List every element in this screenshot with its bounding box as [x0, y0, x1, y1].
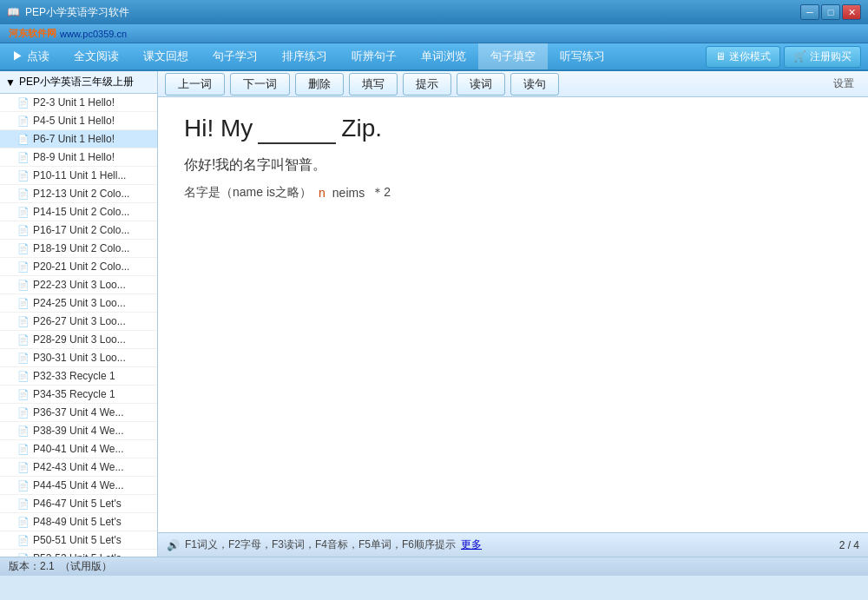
doc-icon: 📄 [17, 134, 30, 145]
speaker-icon: 🔊 [167, 539, 180, 551]
sidebar-item-p10-11[interactable]: 📄 P10-11 Unit 1 Hell... [0, 167, 157, 185]
doc-icon: 📄 [17, 298, 30, 309]
sidebar-header: ▼ PEP小学英语三年级上册 [0, 71, 157, 94]
sidebar-expand-icon[interactable]: ▼ [5, 76, 16, 89]
title-bar-left: 📖 PEP小学英语学习软件 [7, 5, 129, 20]
next-word-button[interactable]: 下一词 [230, 73, 290, 96]
sidebar: ▼ PEP小学英语三年级上册 📄 P2-3 Unit 1 Hello! 📄 P4… [0, 71, 158, 557]
doc-icon: 📄 [17, 535, 30, 546]
sidebar-item-p28-29[interactable]: 📄 P28-29 Unit 3 Loo... [0, 331, 157, 349]
sidebar-item-p36-37[interactable]: 📄 P36-37 Unit 4 We... [0, 404, 157, 422]
status-bar: 🔊 F1词义，F2字母，F3读词，F4音标，F5单词，F6顺序提示 更多 2 /… [158, 532, 868, 557]
sidebar-header-label: PEP小学英语三年级上册 [19, 75, 134, 89]
sidebar-item-p46-47[interactable]: 📄 P46-47 Unit 5 Let's [0, 495, 157, 513]
doc-icon: 📄 [17, 243, 30, 254]
read-sentence-button[interactable]: 读句 [510, 73, 559, 96]
sidebar-item-p50-51[interactable]: 📄 P50-51 Unit 5 Let's [0, 531, 157, 550]
trial-text: （试用版） [60, 559, 112, 574]
doc-icon: 📄 [17, 407, 30, 419]
watermark-label: 河东软件网 [9, 27, 56, 40]
close-button[interactable]: ✕ [842, 4, 861, 20]
sidebar-item-p38-39[interactable]: 📄 P38-39 Unit 4 We... [0, 422, 157, 440]
nav-sentence[interactable]: 句子学习 [201, 43, 270, 69]
sidebar-item-p22-23[interactable]: 📄 P22-23 Unit 3 Loo... [0, 276, 157, 294]
page-indicator: 2 / 4 [839, 539, 859, 551]
study-content: Hi! My Zip. 你好!我的名字叫智普。 名字是（name is之略） n… [158, 97, 868, 532]
nav-bar: ▶ 点读 全文阅读 课文回想 句子学习 排序练习 听辨句子 单词浏览 句子填空 … [0, 43, 868, 71]
sidebar-item-p40-41[interactable]: 📄 P40-41 Unit 4 We... [0, 440, 157, 458]
sentence-before: Hi! My [184, 115, 253, 142]
sentence-after: Zip. [341, 115, 382, 142]
sidebar-item-p26-27[interactable]: 📄 P26-27 Unit 3 Loo... [0, 313, 157, 331]
doc-icon: 📄 [17, 316, 30, 327]
doc-icon: 📄 [17, 334, 30, 346]
sidebar-item-p34-35[interactable]: 📄 P34-35 Recycle 1 [0, 386, 157, 404]
nav-fill[interactable]: 句子填空 [478, 43, 548, 69]
doc-icon: 📄 [17, 207, 30, 218]
nav-fulltext[interactable]: 全文阅读 [62, 43, 131, 69]
title-bar-controls: ─ □ ✕ [800, 4, 861, 20]
sidebar-item-p48-49[interactable]: 📄 P48-49 Unit 5 Let's [0, 513, 157, 531]
sidebar-item-p4-5[interactable]: 📄 P4-5 Unit 1 Hello! [0, 112, 157, 130]
title-bar: 📖 PEP小学英语学习软件 ─ □ ✕ [0, 0, 868, 24]
more-link[interactable]: 更多 [461, 537, 482, 552]
nav-vocab[interactable]: 单词浏览 [409, 43, 478, 69]
nav-right-buttons: 🖥 迷你模式 🛒 注册购买 [706, 43, 868, 69]
sidebar-item-p14-15[interactable]: 📄 P14-15 Unit 2 Colo... [0, 203, 157, 221]
doc-icon: 📄 [17, 517, 30, 528]
delete-button[interactable]: 删除 [295, 73, 344, 96]
maximize-button[interactable]: □ [821, 4, 840, 20]
doc-icon: 📄 [17, 553, 30, 557]
sidebar-item-p2-3[interactable]: 📄 P2-3 Unit 1 Hello! [0, 94, 157, 112]
version-text: 版本：2.1 [9, 559, 55, 574]
doc-icon: 📄 [17, 170, 30, 181]
prev-word-button[interactable]: 上一词 [165, 73, 225, 96]
toolbar: 上一词 下一词 删除 填写 提示 读词 读句 设置 [158, 71, 868, 97]
doc-icon: 📄 [17, 480, 30, 491]
hint-char: n [319, 186, 326, 200]
sidebar-item-p12-13[interactable]: 📄 P12-13 Unit 2 Colo... [0, 185, 157, 203]
nav-listen[interactable]: ▶ 点读 [0, 43, 62, 69]
hint-phonetic: neims [332, 186, 365, 200]
mini-icon: 🖥 [715, 50, 726, 63]
sidebar-item-p8-9[interactable]: 📄 P8-9 Unit 1 Hello! [0, 148, 157, 167]
sidebar-item-p6-7[interactable]: 📄 P6-7 Unit 1 Hello! [0, 130, 157, 148]
sidebar-item-p42-43[interactable]: 📄 P42-43 Unit 4 We... [0, 458, 157, 477]
doc-icon: 📄 [17, 97, 30, 109]
sidebar-item-p52-53[interactable]: 📄 P52-53 Unit 5 Let's [0, 550, 157, 557]
sidebar-item-p24-25[interactable]: 📄 P24-25 Unit 3 Loo... [0, 294, 157, 313]
sidebar-item-p32-33[interactable]: 📄 P32-33 Recycle 1 [0, 367, 157, 386]
nav-listen-write[interactable]: 听写练习 [548, 43, 617, 69]
nav-sort[interactable]: 排序练习 [270, 43, 339, 69]
doc-icon: 📄 [17, 353, 30, 364]
hint-button[interactable]: 提示 [403, 73, 451, 96]
sidebar-item-p30-31[interactable]: 📄 P30-31 Unit 3 Loo... [0, 349, 157, 367]
fill-blank-input[interactable] [258, 115, 336, 144]
sidebar-item-p44-45[interactable]: 📄 P44-45 Unit 4 We... [0, 477, 157, 495]
sidebar-item-p16-17[interactable]: 📄 P16-17 Unit 2 Colo... [0, 221, 157, 240]
sentence-display: Hi! My Zip. [184, 115, 842, 144]
register-button[interactable]: 🛒 注册购买 [784, 46, 861, 68]
doc-icon: 📄 [17, 280, 30, 291]
doc-icon: 📄 [17, 371, 30, 382]
version-bar: 版本：2.1 （试用版） [0, 557, 868, 576]
doc-icon: 📄 [17, 498, 30, 510]
read-word-button[interactable]: 读词 [457, 73, 505, 96]
minimize-button[interactable]: ─ [800, 4, 819, 20]
sidebar-item-p18-19[interactable]: 📄 P18-19 Unit 2 Colo... [0, 240, 157, 258]
fill-button[interactable]: 填写 [349, 73, 398, 96]
mini-mode-button[interactable]: 🖥 迷你模式 [706, 46, 780, 68]
main-container: ▼ PEP小学英语三年级上册 📄 P2-3 Unit 1 Hello! 📄 P4… [0, 71, 868, 557]
doc-icon: 📄 [17, 152, 30, 163]
hint-line: 名字是（name is之略） n neims ＊2 [184, 185, 842, 201]
nav-listen-sentence[interactable]: 听辨句子 [339, 43, 409, 69]
doc-icon: 📄 [17, 389, 30, 400]
sidebar-item-p20-21[interactable]: 📄 P20-21 Unit 2 Colo... [0, 258, 157, 276]
watermark-bar: 河东软件网 www.pc0359.cn [0, 24, 868, 43]
app-icon: 📖 [7, 6, 20, 18]
doc-icon: 📄 [17, 261, 30, 273]
title-bar-title: PEP小学英语学习软件 [25, 5, 129, 20]
shortcuts-text: F1词义，F2字母，F3读词，F4音标，F5单词，F6顺序提示 [185, 537, 456, 552]
settings-label[interactable]: 设置 [826, 74, 861, 94]
nav-review[interactable]: 课文回想 [131, 43, 201, 69]
